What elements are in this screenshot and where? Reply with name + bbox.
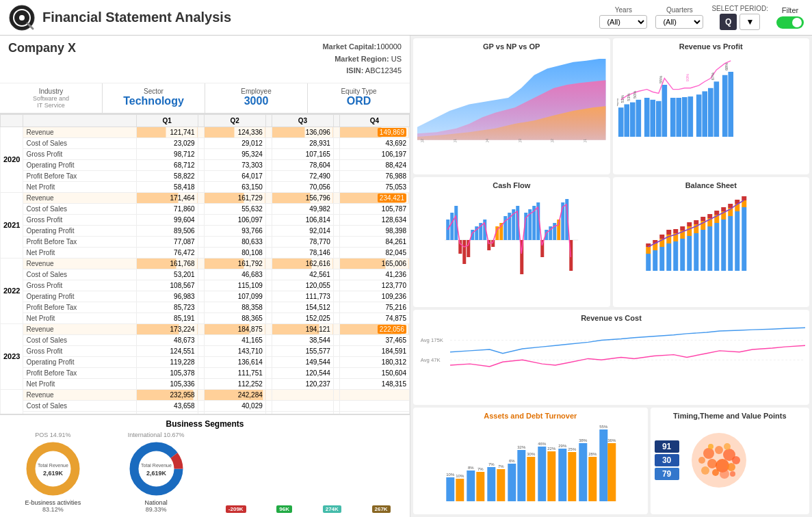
svg-text:8%: 8% bbox=[468, 466, 474, 470]
svg-rect-114 bbox=[728, 216, 733, 271]
col-separator bbox=[333, 214, 339, 225]
col-separator bbox=[333, 302, 339, 313]
svg-rect-75 bbox=[561, 202, 564, 240]
col-separator bbox=[198, 225, 204, 236]
svg-text:2020.Q2: 2020.Q2 bbox=[421, 139, 425, 142]
svg-text:7%: 7% bbox=[488, 462, 495, 466]
col-separator bbox=[198, 214, 204, 225]
svg-rect-84 bbox=[659, 247, 664, 271]
col-separator bbox=[198, 389, 204, 400]
metric-cell: Cost of Sales bbox=[23, 400, 136, 411]
q-button[interactable]: Q bbox=[720, 14, 737, 30]
col-separator bbox=[198, 367, 204, 378]
value-cell: 128,634 bbox=[339, 214, 409, 225]
svg-text:Avg 47K: Avg 47K bbox=[421, 357, 441, 363]
company-meta: Market Capital:100000 Market Region: US … bbox=[322, 41, 402, 77]
metric-cell: Operating Profit bbox=[23, 159, 136, 170]
value-cell: 76,988 bbox=[339, 170, 409, 181]
sector-card: Sector Technology bbox=[103, 83, 205, 113]
value-cell: 156,796 bbox=[272, 192, 333, 203]
year-cell-2024: 2024 bbox=[1, 389, 23, 414]
value-cell: 150,604 bbox=[339, 367, 409, 378]
svg-point-168 bbox=[712, 469, 719, 476]
filter-toggle[interactable] bbox=[776, 16, 804, 29]
segment-2-name: National bbox=[145, 499, 168, 506]
svg-rect-36 bbox=[722, 75, 727, 137]
svg-rect-50 bbox=[458, 240, 462, 254]
segment-1-pct: 83.12% bbox=[42, 506, 64, 513]
year-cell-2020: 2020 bbox=[1, 127, 23, 192]
svg-rect-110 bbox=[714, 211, 719, 215]
value-cell: 120,237 bbox=[272, 378, 333, 389]
value-cell: 78,146 bbox=[272, 247, 333, 258]
svg-rect-31 bbox=[687, 96, 693, 137]
svg-rect-131 bbox=[467, 470, 475, 501]
svg-point-3 bbox=[19, 15, 25, 21]
col-separator bbox=[333, 313, 339, 323]
value-cell: 82,045 bbox=[339, 247, 409, 258]
value-cell: 76,472 bbox=[136, 247, 198, 258]
value-cell: 124,551 bbox=[136, 345, 198, 356]
value-cell: 64,017 bbox=[204, 170, 265, 181]
col-separator bbox=[265, 214, 272, 225]
value-cell: 121,741 bbox=[136, 127, 198, 137]
equity-value: ORD bbox=[313, 95, 404, 107]
svg-rect-117 bbox=[735, 211, 739, 271]
value-cell: 123,770 bbox=[339, 280, 409, 291]
value-cell: 92,014 bbox=[272, 225, 333, 236]
business-segments: Business Segments POS 14.91% Total Reven… bbox=[0, 414, 410, 517]
filter-label: Filter bbox=[782, 6, 798, 14]
value-cell: 173,224 bbox=[136, 323, 198, 334]
svg-text:30%: 30% bbox=[527, 452, 536, 456]
svg-rect-149 bbox=[558, 449, 566, 501]
col-separator bbox=[198, 378, 204, 389]
svg-rect-87 bbox=[666, 243, 671, 271]
value-cell: 111,773 bbox=[272, 291, 333, 302]
svg-rect-30 bbox=[682, 97, 687, 137]
app-title: Financial Statement Analysis bbox=[42, 10, 231, 25]
svg-rect-151 bbox=[568, 452, 576, 501]
value-cell: 46,683 bbox=[204, 269, 265, 280]
value-cell: 58,822 bbox=[136, 170, 198, 181]
col-separator bbox=[198, 345, 204, 356]
col-separator bbox=[198, 203, 204, 214]
col-separator bbox=[265, 137, 272, 148]
value-cell: 41,165 bbox=[204, 334, 265, 345]
svg-rect-22 bbox=[630, 103, 636, 137]
assets-debt-card: Assets and Debt Turnover 10% 10% 8% 7% bbox=[413, 408, 648, 514]
svg-rect-159 bbox=[607, 443, 616, 501]
svg-rect-52 bbox=[467, 240, 470, 257]
years-dropdown[interactable]: (All) bbox=[599, 15, 647, 29]
value-cell: 109,236 bbox=[339, 291, 409, 302]
value-cell: 124,336 bbox=[204, 127, 265, 137]
value-cell: 85,723 bbox=[136, 302, 198, 313]
svg-rect-21 bbox=[624, 105, 629, 137]
svg-text:29%: 29% bbox=[558, 444, 567, 448]
quarters-dropdown[interactable]: (All) bbox=[655, 15, 703, 29]
value-cell: 161,792 bbox=[204, 258, 265, 269]
svg-text:6%: 6% bbox=[509, 459, 515, 463]
segment-1-name: E-business activities bbox=[25, 499, 81, 506]
col-separator bbox=[265, 280, 272, 291]
value-cell: 88,358 bbox=[204, 302, 265, 313]
col-separator bbox=[198, 280, 204, 291]
svg-rect-33 bbox=[702, 92, 707, 137]
col-separator bbox=[265, 127, 272, 137]
segment-2-pct: 89.33% bbox=[146, 506, 167, 513]
value-cell: 136,096 bbox=[272, 127, 333, 137]
metric-cell: Revenue bbox=[23, 127, 136, 137]
col-separator bbox=[198, 192, 204, 203]
cash-flow-title: Cash Flow bbox=[417, 181, 606, 189]
col-separator bbox=[333, 148, 339, 159]
logo-icon bbox=[8, 4, 36, 31]
svg-rect-86 bbox=[659, 235, 664, 239]
col-separator bbox=[198, 356, 204, 367]
year-cell-2022: 2022 bbox=[1, 258, 23, 323]
value-cell: 162,616 bbox=[272, 258, 333, 269]
value-cell: 71,860 bbox=[136, 203, 198, 214]
v-button[interactable]: ▼ bbox=[739, 14, 760, 30]
value-cell: 78,770 bbox=[272, 236, 333, 247]
cash-flow-chart bbox=[417, 192, 606, 274]
svg-point-165 bbox=[707, 459, 717, 468]
equity-card: Equity Type ORD bbox=[308, 83, 410, 113]
